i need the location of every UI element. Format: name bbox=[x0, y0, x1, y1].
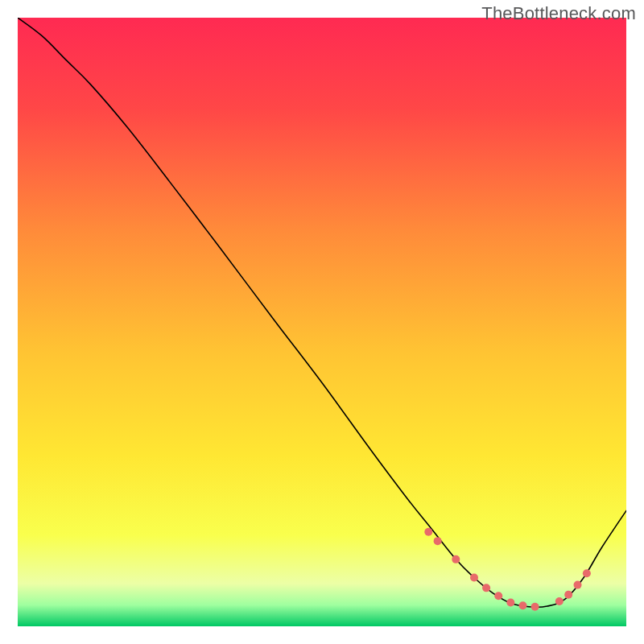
highlight-point bbox=[494, 592, 502, 600]
gradient-background bbox=[18, 18, 626, 626]
plot-area bbox=[18, 18, 626, 626]
highlight-point bbox=[518, 601, 526, 609]
chart-container: TheBottleneck.com bbox=[0, 0, 644, 644]
highlight-point bbox=[564, 591, 572, 599]
highlight-point bbox=[506, 599, 514, 607]
highlight-point bbox=[434, 537, 442, 545]
highlight-point bbox=[452, 555, 460, 564]
highlight-point bbox=[531, 603, 539, 611]
highlight-point bbox=[555, 597, 564, 605]
highlight-point bbox=[583, 569, 591, 577]
highlight-point bbox=[470, 574, 478, 582]
chart-svg bbox=[18, 18, 626, 626]
highlight-point bbox=[424, 528, 432, 536]
highlight-point bbox=[574, 581, 582, 589]
watermark-text: TheBottleneck.com bbox=[481, 3, 636, 24]
highlight-point bbox=[482, 584, 490, 592]
